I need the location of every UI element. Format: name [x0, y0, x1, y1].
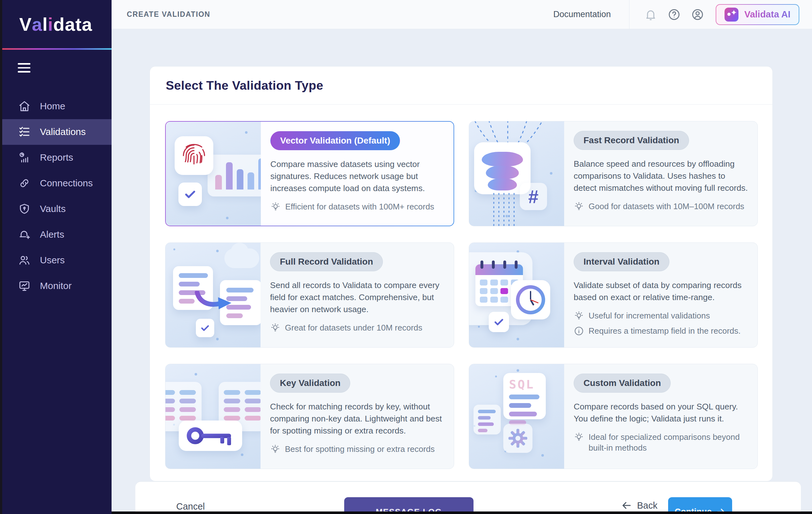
lightbulb-icon — [270, 323, 281, 333]
card-badge: Interval Validation — [574, 252, 669, 271]
sidebar-item-reports[interactable]: Reports — [0, 145, 112, 171]
sidebar-item-validations[interactable]: Validations — [0, 119, 112, 145]
card-hint: Useful for incremental validations — [574, 310, 748, 321]
arrow-left-icon — [621, 500, 632, 511]
tables-key-illustration — [166, 364, 261, 469]
ai-chat-sparkle-icon — [725, 8, 738, 22]
sidebar-item-connections[interactable]: Connections — [0, 171, 112, 196]
lightbulb-icon — [270, 444, 281, 454]
notifications-bell-icon[interactable] — [643, 7, 658, 22]
validation-cards-grid: Vector Validation (Default) Compare mass… — [150, 104, 773, 485]
card-custom-validation[interactable]: SQL — [469, 364, 758, 469]
sidebar-item-monitor[interactable]: Monitor — [0, 273, 112, 299]
breadcrumb: CREATE VALIDATION — [127, 10, 210, 19]
sidebar-item-label: Monitor — [40, 280, 71, 291]
monitor-icon — [19, 280, 30, 292]
card-hint: Requires a timestamp field in the record… — [574, 326, 748, 336]
home-icon — [19, 100, 30, 112]
topbar: CREATE VALIDATION Documentation Validata… — [112, 0, 812, 29]
footer-action-bar: Cancel MESSAGE LOG Back Continue — [135, 481, 801, 514]
sidebar-item-label: Reports — [40, 152, 73, 163]
card-description: Send all records to Validata to compare … — [270, 279, 444, 315]
lightbulb-icon — [574, 310, 584, 321]
logo-segment: data — [53, 13, 92, 35]
users-icon — [19, 254, 30, 266]
logo-segment: l — [42, 13, 48, 35]
card-key-validation[interactable]: Key Validation Check for matching record… — [165, 364, 454, 469]
sidebar-item-label: Alerts — [40, 229, 64, 240]
card-description: Balance speed and resources by offloadin… — [574, 158, 748, 194]
card-badge: Full Record Validation — [270, 252, 383, 271]
logo: Validata — [0, 0, 112, 48]
card-badge: Fast Record Validation — [574, 131, 689, 150]
ai-button-label: Validata AI — [744, 9, 790, 20]
card-badge: Custom Validation — [574, 373, 671, 393]
sql-glyph: SQL — [509, 377, 546, 391]
card-hint: Best for spotting missing or extra recor… — [270, 444, 444, 454]
sidebar: Validata Home Validations Reports Connec… — [0, 0, 112, 514]
fingerprint-chart-illustration — [166, 122, 261, 225]
calendar-clock-illustration — [469, 243, 564, 347]
check-icon — [493, 316, 505, 328]
logo-segment: V — [19, 13, 32, 35]
card-badge: Key Validation — [270, 373, 350, 393]
checklist-icon — [19, 126, 30, 138]
transfer-arrow-icon — [195, 291, 233, 311]
sidebar-item-label: Connections — [40, 178, 93, 188]
sidebar-item-users[interactable]: Users — [0, 247, 112, 273]
card-description: Validate subset of data by comparing rec… — [574, 279, 748, 303]
topbar-divider — [629, 0, 630, 29]
lightbulb-icon — [574, 201, 584, 212]
logo-segment: i — [48, 13, 53, 35]
page-title: Select The Validation Type — [166, 79, 323, 93]
sidebar-item-label: Vaults — [40, 204, 66, 214]
link-icon — [19, 177, 30, 189]
back-button[interactable]: Back — [621, 500, 657, 511]
info-icon — [574, 326, 584, 336]
window-edge — [0, 0, 2, 514]
document-transfer-illustration — [166, 243, 261, 347]
validata-ai-button[interactable]: Validata AI — [716, 4, 799, 25]
card-interval-validation[interactable]: Interval Validation Validate subset of d… — [469, 242, 758, 347]
check-icon — [183, 187, 197, 201]
app-window: Validata Home Validations Reports Connec… — [0, 0, 812, 514]
hash-glyph: # — [528, 186, 539, 207]
card-hint: Ideal for specialized comparisons beyond… — [574, 432, 748, 453]
chart-icon — [19, 151, 30, 163]
screen-bottom-edge — [112, 511, 812, 514]
card-hint: Great for datasets under 10M records — [270, 322, 444, 333]
card-hint: Efficient for datasets with 100M+ record… — [270, 201, 444, 212]
card-vector-validation[interactable]: Vector Validation (Default) Compare mass… — [165, 121, 454, 226]
funnel-hash-illustration: # — [469, 121, 564, 226]
card-description: Compare records based on your SQL query.… — [574, 400, 748, 425]
logo-segment: a — [32, 13, 42, 35]
help-icon[interactable] — [667, 7, 682, 22]
clock-icon — [516, 285, 545, 314]
sidebar-item-vaults[interactable]: Vaults — [0, 196, 112, 222]
sidebar-item-label: Home — [40, 101, 65, 112]
cancel-button[interactable]: Cancel — [176, 501, 205, 512]
check-icon — [200, 323, 210, 333]
card-full-record-validation[interactable]: Full Record Validation Send all records … — [165, 242, 454, 347]
card-badge: Vector Validation (Default) — [270, 131, 400, 150]
card-description: Compare massive datasets using vector si… — [270, 158, 444, 194]
gear-icon — [508, 428, 528, 448]
sidebar-item-label: Validations — [40, 126, 86, 137]
menu-toggle-icon[interactable] — [18, 63, 30, 75]
validation-type-panel: Select The Validation Type — [150, 66, 773, 481]
account-icon[interactable] — [690, 7, 705, 22]
card-hint: Good for datasets with 10M–100M records — [574, 201, 748, 212]
sql-gear-illustration: SQL — [469, 364, 564, 469]
card-fast-record-validation[interactable]: # Fast Record Validation Balance speed a… — [469, 121, 758, 226]
sidebar-item-home[interactable]: Home — [0, 93, 112, 119]
sidebar-item-alerts[interactable]: Alerts — [0, 222, 112, 247]
content-area: Select The Validation Type — [112, 29, 812, 514]
documentation-link[interactable]: Documentation — [553, 9, 611, 19]
sidebar-item-label: Users — [40, 255, 65, 266]
panel-header: Select The Validation Type — [150, 66, 773, 104]
lightbulb-icon — [574, 432, 584, 443]
bell-plus-icon — [19, 229, 30, 241]
sidebar-nav: Home Validations Reports Connections Vau… — [0, 93, 112, 299]
lightbulb-icon — [270, 202, 281, 212]
main-area: CREATE VALIDATION Documentation Validata… — [112, 0, 812, 514]
